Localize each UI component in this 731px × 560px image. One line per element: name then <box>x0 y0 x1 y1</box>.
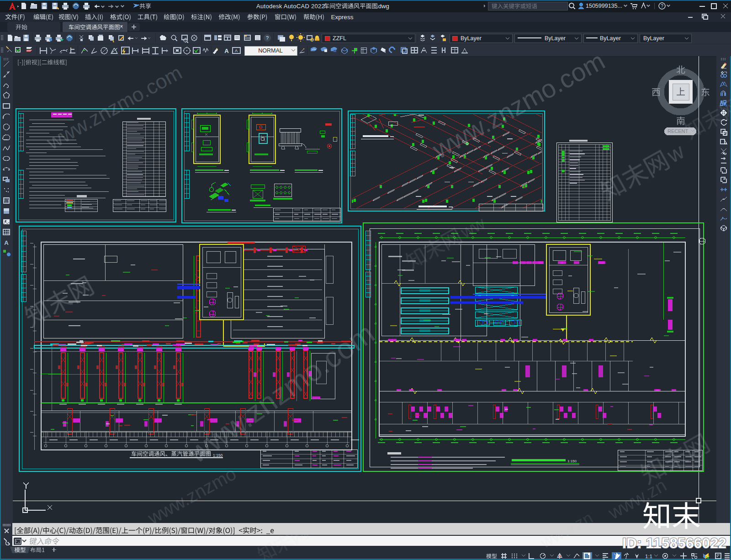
svg-text:ZZFL: ZZFL <box>333 35 346 42</box>
svg-text:RECENT: RECENT <box>667 128 689 134</box>
svg-text:A: A <box>4 239 9 246</box>
svg-text:ID: 1158566022: ID: 1158566022 <box>622 535 726 551</box>
svg-text:?: ? <box>661 4 663 9</box>
svg-text:A: A <box>224 48 229 54</box>
svg-text:1:1: 1:1 <box>645 554 652 559</box>
svg-text:NORMAL: NORMAL <box>258 48 283 54</box>
svg-text:A: A <box>235 48 238 53</box>
svg-text:ByLayer: ByLayer <box>461 35 482 42</box>
svg-text:.dwg: .dwg <box>376 3 389 10</box>
svg-text:+: + <box>173 36 175 39</box>
svg-text:1505999135...: 1505999135... <box>586 3 622 9</box>
svg-text:?: ? <box>266 35 269 41</box>
svg-text:Express: Express <box>331 14 354 21</box>
svg-text:ByLayer: ByLayer <box>600 35 621 42</box>
svg-text:ByLayer: ByLayer <box>643 35 664 42</box>
svg-text:1:150: 1:150 <box>567 459 577 463</box>
svg-text:Autodesk AutoCAD 2022: Autodesk AutoCAD 2022 <box>256 3 325 10</box>
svg-text:ByLayer: ByLayer <box>545 35 566 42</box>
